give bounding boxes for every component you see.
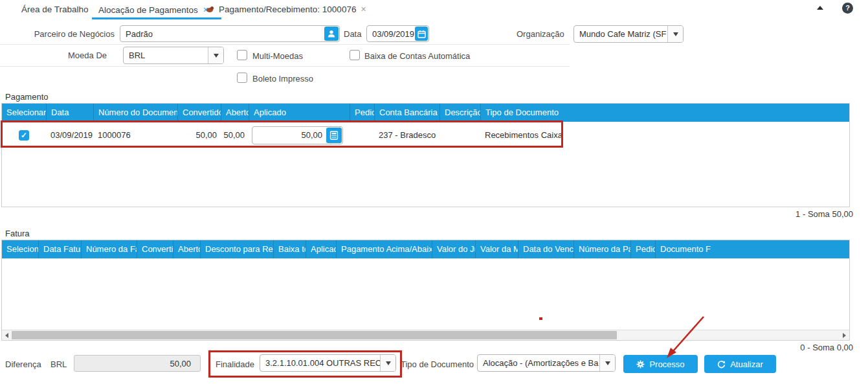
cell-aberto: 50,00 — [221, 130, 249, 140]
refresh-icon — [717, 360, 726, 369]
pagamento-table-row[interactable]: ✓ 03/09/2019 1000076 50,00 50,00 50,00 2… — [2, 122, 849, 148]
column-header[interactable]: Selecionar — [2, 240, 38, 258]
processo-button[interactable]: Processo — [623, 355, 698, 373]
boleto-impresso-checkbox[interactable] — [237, 73, 247, 83]
column-header[interactable]: Aberto — [221, 104, 249, 122]
chevron-down-icon[interactable] — [599, 355, 615, 371]
diferenca-label: Diferença — [5, 359, 41, 369]
data-label: Data — [344, 29, 361, 39]
column-header[interactable]: Convertido — [177, 104, 221, 122]
pagamento-table: Selecionar Data Número do Documento Conv… — [1, 103, 850, 207]
column-header[interactable]: Número da Fatura — [81, 240, 137, 258]
aplicado-input[interactable]: 50,00 — [252, 126, 343, 144]
moeda-select[interactable]: BRL — [123, 47, 224, 64]
column-header[interactable]: Descrição — [440, 104, 480, 122]
column-header[interactable]: Aplicado — [249, 104, 350, 122]
column-header[interactable]: Aberto — [173, 240, 200, 258]
organizacao-value: Mundo Cafe Matriz (SF — [574, 26, 667, 42]
parceiro-input[interactable]: Padrão — [120, 25, 340, 42]
row-select-checkbox[interactable]: ✓ — [19, 130, 29, 141]
column-header[interactable]: Número do Documento — [93, 104, 177, 122]
finalidade-select[interactable]: 3.2.1.10.01.004 OUTRAS REC — [260, 354, 396, 372]
pagamento-table-header: Selecionar Data Número do Documento Conv… — [2, 104, 849, 122]
tab-label: Pagamento/Recebimento: 1000076 — [219, 5, 356, 14]
chevron-down-icon[interactable] — [208, 47, 223, 63]
scrollbar-track[interactable] — [12, 330, 840, 340]
tipo-documento-select[interactable]: Alocação - (Amortizações e Ba — [477, 354, 616, 372]
column-header[interactable]: Número da Parcela — [573, 240, 630, 258]
column-header[interactable]: Pedido — [630, 240, 655, 258]
moeda-label: Moeda De — [26, 51, 107, 60]
calculator-icon[interactable] — [326, 128, 342, 143]
finalidade-value: 3.2.1.10.01.004 OUTRAS REC — [260, 355, 380, 371]
diferenca-readonly-field: 50,00 — [74, 355, 201, 372]
close-tab-icon[interactable]: × — [361, 4, 366, 14]
multi-moedas-label: Multi-Moedas — [252, 51, 303, 61]
form-divider — [0, 66, 570, 67]
column-header[interactable]: Tipo de Documento — [480, 104, 849, 122]
atualizar-button[interactable]: Atualizar — [704, 355, 776, 373]
cell-data: 03/09/2019 — [46, 130, 93, 140]
calendar-icon[interactable] — [415, 27, 428, 41]
organizacao-label: Organização — [517, 29, 564, 39]
chevron-down-icon[interactable] — [667, 26, 683, 42]
column-header[interactable]: Conta Bancária — [374, 104, 440, 122]
aplicado-value: 50,00 — [255, 130, 326, 140]
fatura-table: Selecionar Data Faturada Número da Fatur… — [1, 240, 850, 341]
active-tab-underline — [92, 17, 221, 19]
column-header[interactable]: Data do Vencimento — [518, 240, 573, 258]
atualizar-button-label: Atualizar — [730, 359, 763, 369]
boleto-impresso-label: Boleto Impresso — [252, 74, 313, 84]
column-header[interactable]: Pagamento Acima/Abaixo — [336, 240, 432, 258]
data-value: 03/09/2019 — [372, 29, 415, 39]
form-divider — [0, 44, 570, 45]
scroll-right-icon[interactable] — [840, 330, 849, 340]
baixa-contas-checkbox[interactable] — [350, 50, 360, 60]
fatura-horizontal-scrollbar[interactable] — [2, 330, 849, 340]
pagamento-sum: 1 - Soma 50,00 — [691, 209, 853, 219]
help-icon[interactable]: ? — [842, 3, 853, 14]
tab-area-de-trabalho[interactable]: Área de Trabalho — [21, 5, 89, 14]
column-header[interactable]: Valor da Multa — [475, 240, 518, 258]
cell-convertido: 50,00 — [177, 130, 221, 140]
tab-label: Alocação de Pagamentos — [98, 5, 198, 15]
processo-button-label: Processo — [649, 359, 684, 369]
column-header[interactable]: Data — [46, 104, 93, 122]
tab-alocacao-de-pagamentos[interactable]: Alocação de Pagamentos × — [98, 5, 208, 15]
column-header[interactable]: Convertido — [137, 240, 173, 258]
gear-icon — [636, 360, 645, 369]
cell-conta-bancaria: 237 - Bradesco — [374, 130, 440, 140]
business-partner-icon[interactable] — [324, 27, 339, 41]
scrollbar-thumb[interactable] — [12, 331, 617, 339]
diferenca-currency-label: BRL — [50, 359, 67, 369]
column-header[interactable]: Valor do Juros — [432, 240, 475, 258]
cell-tipo-documento: Recebimentos Caixa — [480, 130, 849, 140]
tipo-documento-label: Tipo de Documento — [401, 359, 474, 369]
finalidade-label: Finalidade — [216, 359, 254, 369]
tab-pagamento-recebimento[interactable]: Pagamento/Recebimento: 1000076 × — [206, 4, 366, 14]
tipo-documento-value: Alocação - (Amortizações e Ba — [478, 355, 599, 371]
column-header[interactable]: Desconto para Revendas — [200, 240, 273, 258]
column-header[interactable]: Selecionar — [2, 104, 46, 122]
moeda-value: BRL — [124, 47, 208, 63]
organizacao-select[interactable]: Mundo Cafe Matriz (SF — [573, 25, 684, 43]
payment-allocation-window: Área de Trabalho Alocação de Pagamentos … — [0, 0, 868, 386]
fatura-table-header: Selecionar Data Faturada Número da Fatur… — [2, 240, 849, 258]
column-header[interactable]: Aplicado — [306, 240, 336, 258]
parceiro-value: Padrão — [126, 29, 324, 39]
data-input[interactable]: 03/09/2019 — [366, 25, 429, 42]
parceiro-label: Parceiro de Negócios — [26, 29, 115, 39]
multi-moedas-checkbox[interactable] — [237, 50, 247, 60]
scroll-left-icon[interactable] — [2, 330, 12, 340]
column-header[interactable]: Pedido — [350, 104, 374, 122]
cell-numero-documento: 1000076 — [93, 130, 177, 140]
pagamento-section-title: Pagamento — [5, 92, 49, 102]
chevron-down-icon[interactable] — [380, 355, 395, 371]
baixa-contas-label: Baixa de Contas Automática — [364, 51, 470, 61]
collapse-caret-icon[interactable] — [817, 6, 823, 10]
fatura-sum: 0 - Soma 0,00 — [691, 343, 853, 352]
column-header[interactable]: Data Faturada — [38, 240, 81, 258]
column-header[interactable]: Documento F — [655, 240, 849, 258]
column-header[interactable]: Baixa total — [273, 240, 306, 258]
fatura-section-title: Fatura — [5, 229, 30, 238]
